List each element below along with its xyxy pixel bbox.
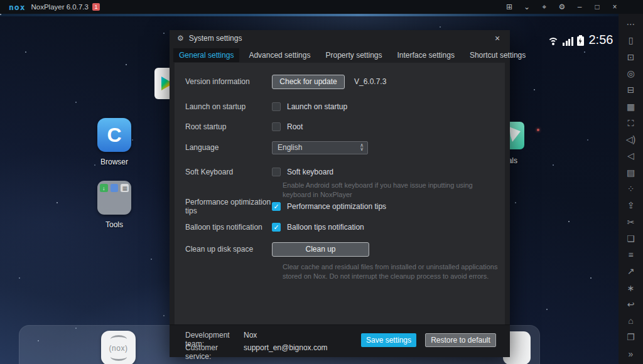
fullscreen-icon[interactable]: ⛶	[619, 118, 643, 128]
dialog-close-button[interactable]: ×	[492, 33, 502, 43]
battery-icon	[577, 36, 584, 46]
dialog-title: System settings	[189, 34, 242, 43]
apk-install-icon[interactable]: ⇪	[619, 200, 643, 210]
performance-label: Performance optimization tips	[185, 198, 272, 215]
close-button[interactable]: ×	[610, 3, 619, 11]
status-clock: 2:56	[589, 33, 613, 46]
language-row: Language English ∧∨	[185, 141, 499, 154]
tutorials-glyph	[508, 127, 521, 142]
toolbar-sidebar: ⋯▯⊡◎⊟▦⛶◁)◁▤⁘⇪✂❏≡↗∗↩⌂❐»	[619, 14, 643, 364]
cut-icon[interactable]: ✂	[619, 217, 643, 227]
volume-down-icon[interactable]: ◁	[619, 151, 643, 161]
collapse-icon[interactable]: »	[619, 349, 643, 359]
save-settings-button[interactable]: Save settings	[361, 333, 416, 347]
browser-app-icon[interactable]: C	[97, 118, 131, 152]
language-selected-value: English	[278, 143, 360, 152]
video-recorder-icon[interactable]: ▦	[619, 102, 643, 112]
more-icon[interactable]: ⋯	[619, 19, 643, 29]
chevron-down-icon[interactable]: ⌄	[522, 3, 531, 11]
signal-bars-icon	[563, 37, 573, 46]
balloon-label: Balloon tips notification	[185, 223, 272, 232]
top-glow-strip	[0, 14, 619, 16]
shake-device-icon[interactable]: ▯	[619, 35, 643, 45]
soft-keyboard-checkbox[interactable]	[272, 168, 281, 176]
language-label: Language	[185, 143, 272, 152]
home-icon[interactable]: ⌂	[619, 316, 643, 326]
android-status-bar: 2:56	[548, 33, 613, 46]
dropdown-arrows-icon: ∧∨	[360, 144, 364, 151]
toolbox-icon[interactable]: ▤	[619, 168, 643, 178]
screenshot-icon[interactable]: ⊡	[619, 52, 643, 62]
back-icon[interactable]: ↩	[619, 299, 643, 309]
soft-keyboard-label: Soft Keyboard	[185, 168, 272, 176]
soft-keyboard-hint: Enable Android soft keyboard if you have…	[283, 181, 501, 200]
menu-icon[interactable]: ≡	[619, 250, 643, 260]
browser-glyph: C	[107, 125, 121, 145]
window-titlebar: nox NoxPlayer 6.0.7.3 1 ⊞ ⌄ ⌖ ⚙ – □ ×	[0, 0, 643, 14]
cleanup-label: Clean up disk space	[185, 245, 272, 254]
red-star	[537, 129, 539, 131]
launch-label: Launch on startup	[185, 102, 272, 111]
nox-dock-label: (nox)	[109, 344, 128, 353]
performance-tips-row: Performance optimization tips ✓ Performa…	[185, 201, 499, 211]
dialog-footer: Development team: Nox Customer service: …	[170, 324, 510, 357]
multi-instance-icon[interactable]: ⁘	[619, 184, 643, 194]
tools-folder-label: Tools	[84, 220, 145, 229]
copy-icon[interactable]: ❏	[619, 233, 643, 244]
settings-gear-icon[interactable]: ⚙	[558, 3, 566, 11]
gift-icon[interactable]: ⊞	[505, 3, 514, 11]
launch-on-startup-row: Launch on startup Launch on startup	[185, 102, 499, 112]
cleanup-row: Clean up disk space Clean up	[185, 242, 499, 257]
tools-folder-icon[interactable]: ↓ ▦	[97, 181, 131, 215]
downloader-mini-icon: ↓	[100, 184, 108, 192]
dialog-body: Version information Check for update V_6…	[175, 63, 505, 324]
check-icon: ✓	[273, 203, 279, 210]
launch-checkbox[interactable]	[272, 102, 281, 111]
file-manager-mini-icon	[111, 184, 119, 192]
customer-service-label: Customer service:	[185, 343, 244, 361]
launch-checkbox-label: Launch on startup	[287, 102, 347, 111]
maximize-button[interactable]: □	[593, 3, 602, 11]
performance-checkbox[interactable]: ✓	[272, 202, 281, 211]
check-icon: ✓	[273, 224, 279, 231]
balloon-tips-row: Balloon tips notification ✓ Balloon tips…	[185, 222, 499, 232]
version-label: Version information	[185, 77, 272, 86]
restore-to-default-button[interactable]: Restore to default	[425, 333, 496, 347]
version-row: Version information Check for update V_6…	[185, 74, 499, 89]
browser-app-label: Browser	[84, 158, 145, 166]
root-checkbox-label: Root	[287, 122, 303, 131]
soft-keyboard-checkbox-label: Soft keyboard	[287, 168, 333, 176]
soft-keyboard-row: Soft Keyboard Soft keyboard	[185, 167, 499, 177]
performance-checkbox-label: Performance optimization tips	[287, 202, 386, 211]
balloon-checkbox[interactable]: ✓	[272, 223, 281, 232]
clean-up-button[interactable]: Clean up	[272, 242, 369, 257]
wifi-icon	[548, 37, 559, 46]
notification-badge[interactable]: 1	[92, 3, 100, 11]
recent-apps-icon[interactable]: ❐	[619, 332, 643, 342]
file-transfer-icon[interactable]: ↗	[619, 266, 643, 276]
root-checkbox[interactable]	[272, 122, 281, 131]
calendar-mini-icon: ▦	[121, 184, 129, 192]
check-for-update-button[interactable]: Check for update	[272, 75, 345, 89]
root-label: Root startup	[185, 122, 272, 131]
language-dropdown[interactable]: English ∧∨	[272, 141, 368, 154]
customer-service-value: support_en@bignox.com	[244, 343, 328, 361]
nox-logo: nox	[9, 3, 25, 12]
pin-icon[interactable]: ⌖	[540, 3, 549, 11]
nox-dock-icon[interactable]: (nox)	[101, 331, 136, 364]
dialog-header: ⚙ System settings ×	[170, 30, 510, 46]
settings-tabs: General settingsAdvanced settingsPropert…	[173, 48, 506, 63]
keyboard-mapping-icon[interactable]: ⊟	[619, 85, 643, 95]
minimize-button[interactable]: –	[575, 3, 584, 11]
shake-icon[interactable]: ∗	[619, 283, 643, 293]
window-title: NoxPlayer 6.0.7.3	[31, 3, 88, 11]
system-settings-dialog: ⚙ System settings × General settingsAdva…	[170, 30, 510, 357]
cleanup-hint: Clear cache and residual files from inst…	[283, 262, 501, 282]
balloon-checkbox-label: Balloon tips notification	[287, 223, 364, 232]
dialog-gear-icon: ⚙	[177, 34, 184, 43]
volume-up-icon[interactable]: ◁)	[619, 134, 643, 144]
noxplayer-window: nox NoxPlayer 6.0.7.3 1 ⊞ ⌄ ⌖ ⚙ – □ × 2:…	[0, 0, 643, 364]
root-startup-row: Root startup Root	[185, 122, 499, 132]
virtual-location-icon[interactable]: ◎	[619, 68, 643, 78]
version-value: V_6.0.7.3	[354, 77, 386, 86]
